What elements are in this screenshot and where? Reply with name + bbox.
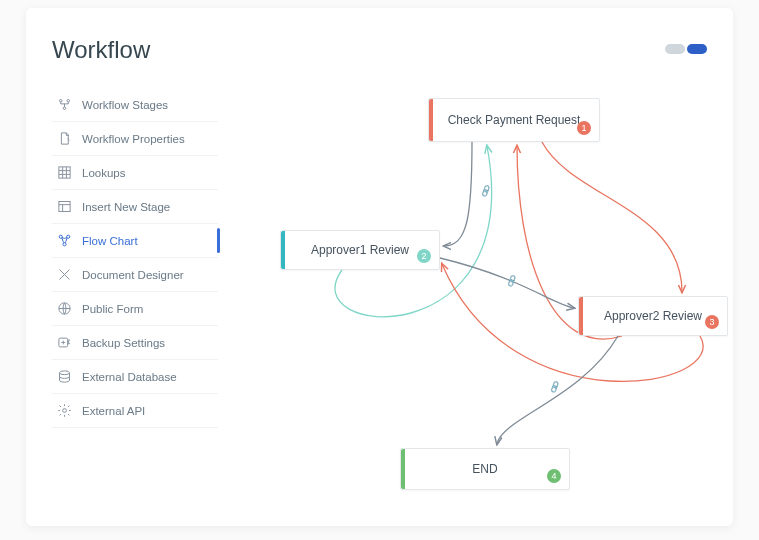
svg-point-1 — [67, 100, 70, 103]
branch-icon — [56, 97, 72, 113]
flow-node-end[interactable]: END 4 — [400, 448, 570, 490]
flow-icon — [56, 233, 72, 249]
node-number-badge: 2 — [417, 249, 431, 263]
sidebar-item-label: External Database — [82, 371, 177, 383]
node-title: Approver1 Review — [281, 243, 439, 257]
flow-node-check-payment-request[interactable]: Check Payment Request 1 — [428, 98, 600, 142]
link-icon: 🔗 — [548, 379, 567, 398]
sidebar-item-workflow-stages[interactable]: Workflow Stages — [52, 88, 218, 122]
node-title: Check Payment Request — [429, 113, 599, 127]
sidebar-item-public-form[interactable]: Public Form — [52, 292, 218, 326]
view-toggle-right[interactable] — [687, 44, 707, 54]
link-icon: 🔗 — [479, 183, 498, 202]
sidebar-item-label: Flow Chart — [82, 235, 138, 247]
flow-canvas[interactable]: 🔗🔗🔗🔗 Check Payment Request 1 Approver1 R… — [222, 78, 732, 508]
page-title: Workflow — [52, 36, 150, 64]
sidebar-item-label: Document Designer — [82, 269, 184, 281]
flow-node-approver1-review[interactable]: Approver1 Review 2 — [280, 230, 440, 270]
flow-node-approver2-review[interactable]: Approver2 Review 3 — [578, 296, 728, 336]
node-number-badge: 3 — [705, 315, 719, 329]
view-toggle-left[interactable] — [665, 44, 685, 54]
svg-rect-4 — [58, 202, 69, 212]
svg-point-0 — [59, 100, 62, 103]
sidebar-item-label: Insert New Stage — [82, 201, 170, 213]
sidebar-item-label: Workflow Properties — [82, 133, 185, 145]
svg-point-11 — [62, 409, 66, 413]
svg-rect-3 — [58, 167, 69, 178]
node-title: END — [401, 462, 569, 476]
grid-icon — [56, 165, 72, 181]
sidebar-item-label: Public Form — [82, 303, 143, 315]
document-icon — [56, 131, 72, 147]
sidebar-item-label: External API — [82, 405, 145, 417]
sidebar-item-label: Workflow Stages — [82, 99, 168, 111]
sidebar-item-label: Lookups — [82, 167, 125, 179]
sidebar-item-backup-settings[interactable]: Backup Settings — [52, 326, 218, 360]
sidebar-item-workflow-properties[interactable]: Workflow Properties — [52, 122, 218, 156]
globe-icon — [56, 301, 72, 317]
database-icon — [56, 369, 72, 385]
node-number-badge: 1 — [577, 121, 591, 135]
sidebar-item-flow-chart[interactable]: Flow Chart — [52, 224, 218, 258]
svg-point-7 — [62, 243, 65, 246]
gear-icon — [56, 403, 72, 419]
sidebar-item-external-database[interactable]: External Database — [52, 360, 218, 394]
link-icon: 🔗 — [505, 273, 524, 292]
backup-icon — [56, 335, 72, 351]
sidebar-item-insert-new-stage[interactable]: Insert New Stage — [52, 190, 218, 224]
node-number-badge: 4 — [547, 469, 561, 483]
sidebar: Workflow Stages Workflow Properties Look… — [52, 88, 218, 428]
tools-icon — [56, 267, 72, 283]
sidebar-item-lookups[interactable]: Lookups — [52, 156, 218, 190]
svg-point-2 — [63, 107, 66, 110]
sidebar-item-external-api[interactable]: External API — [52, 394, 218, 428]
svg-point-10 — [59, 371, 69, 375]
view-toggle-group — [665, 44, 707, 54]
sidebar-item-document-designer[interactable]: Document Designer — [52, 258, 218, 292]
table-icon — [56, 199, 72, 215]
sidebar-item-label: Backup Settings — [82, 337, 165, 349]
workflow-card: Workflow Workflow Stages Workflow Proper… — [26, 8, 733, 526]
flow-edges — [222, 78, 732, 508]
